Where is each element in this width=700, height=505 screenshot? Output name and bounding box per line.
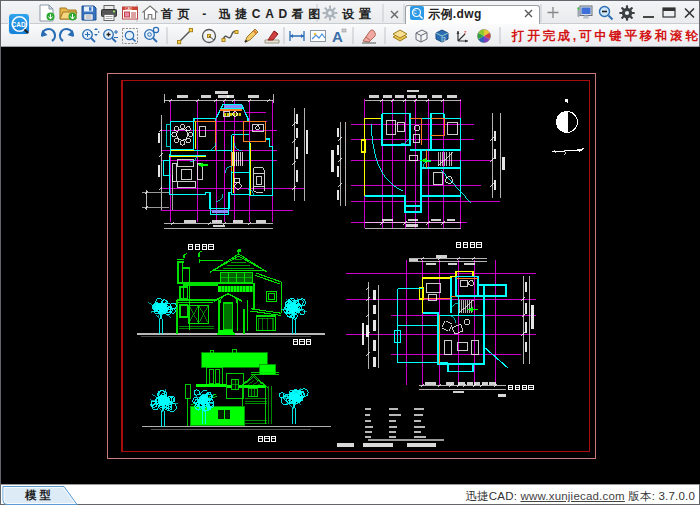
svg-text:CAD: CAD	[12, 21, 26, 28]
svg-text:z: z	[464, 29, 467, 35]
svg-text:A: A	[332, 28, 343, 45]
